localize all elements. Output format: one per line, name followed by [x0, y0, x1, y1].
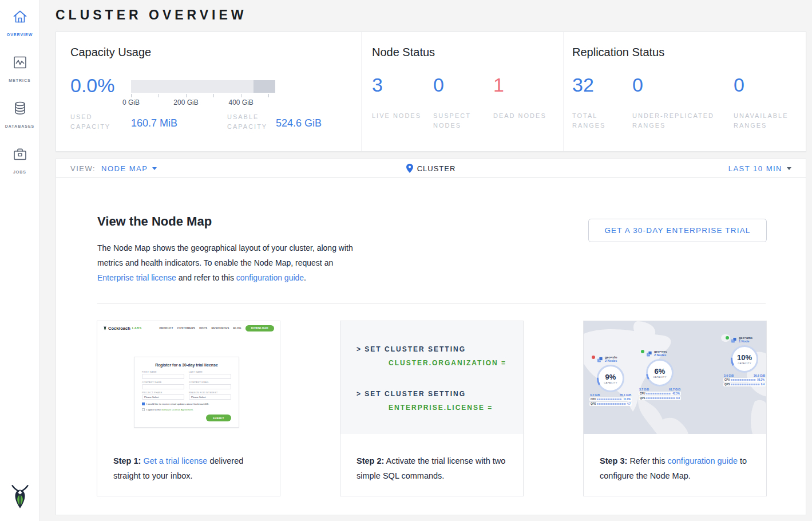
dead-nodes-value: 1 [493, 73, 548, 96]
form-fields: FIRST NAME LAST NAME COMPANY NAME COMPAN… [142, 371, 231, 400]
capacity-usage-section: Capacity Usage 0.0% 0 GiB 200 GiB 400 Gi… [56, 32, 361, 151]
text-field [189, 384, 231, 389]
checkbox-label: I would like to receive email updates ab… [146, 402, 209, 405]
capacity-axis-ticks [131, 94, 275, 98]
sidebar-item-label: METRICS [9, 78, 31, 82]
mini-site-nav-item: CUSTOMERS [177, 327, 195, 330]
sql-commands-snippet: > SET CLUSTER SETTING CLUSTER.ORGANIZATI… [340, 321, 523, 434]
mini-site-nav-item: RESOURCES [211, 327, 229, 330]
view-dropdown-value[interactable]: NODE MAP [101, 164, 148, 173]
field-label: LAST NAME [189, 371, 231, 373]
checkbox-unchecked [142, 408, 145, 411]
locality-badge-sfo: geo=sfo2 Nodes 9% CAPACITY 3.2 GiB35.1 G… [589, 356, 632, 406]
live-nodes-label: LIVE NODES [372, 111, 426, 121]
axis-label: 400 GiB [228, 98, 253, 106]
unavailable-ranges-value: 0 [734, 73, 797, 96]
license-agreement-checkbox-row: I agree to the Software License Agreemen… [142, 408, 231, 411]
configuration-guide-link[interactable]: configuration guide [667, 456, 738, 465]
step2-card: > SET CLUSTER SETTING CLUSTER.ORGANIZATI… [340, 321, 524, 496]
step-text: Refer this [629, 456, 665, 465]
trial-license-site-screenshot: Cockroach LABS PRODUCT CUSTOMERS DOCS RE… [97, 321, 280, 434]
node-map-panel: View the Node Map The Node Map shows the… [56, 177, 806, 515]
text-field [142, 374, 184, 379]
under-replicated-ranges-metric: 0 UNDER-REPLICATED RANGES [632, 73, 727, 131]
select-field: Please Select [142, 394, 184, 400]
mini-site-nav-item: DOCS [199, 327, 207, 330]
mini-site-logo-text: Cockroach [108, 326, 130, 331]
mini-site-header: Cockroach LABS PRODUCT CUSTOMERS DOCS RE… [97, 321, 280, 335]
capacity-bar-chart: 0 GiB 200 GiB 400 GiB [131, 80, 275, 106]
usable-capacity-label: USABLE CAPACITY [227, 112, 279, 132]
dead-nodes-label: DEAD NODES [493, 111, 548, 121]
step-number: Step 3: [600, 456, 627, 465]
cockroach-bug-icon [103, 325, 107, 331]
sql-prompt-line: > SET CLUSTER SETTING [357, 390, 466, 398]
promo-description: The Node Map shows the geographical layo… [97, 240, 366, 285]
view-bar: VIEW: NODE MAP CLUSTER LAST 10 MIN [56, 159, 806, 178]
sql-setting-line: ENTERPRISE.LICENSE = [389, 404, 493, 412]
live-nodes-value: 3 [372, 73, 426, 96]
field-label: PROJECT PHASE [142, 392, 184, 394]
time-range-value[interactable]: LAST 10 MIN [728, 164, 782, 173]
capacity-gauge: 9% CAPACITY [597, 365, 624, 392]
chevron-down-icon [152, 167, 157, 170]
step2-caption: Step 2: Activate the trial license with … [340, 434, 523, 483]
promo-text: and refer to this [179, 273, 234, 282]
locality-badge-nyc: geo=nyc2 Nodes 6% CAPACITY 3.7 GiB61.7 G… [639, 350, 681, 400]
axis-label: 0 GiB [122, 98, 140, 106]
mini-site-download-button: DOWNLOAD [245, 325, 274, 331]
sidebar-item-databases[interactable]: DATABASES [0, 101, 39, 130]
used-capacity-label: USED CAPACITY [70, 112, 116, 132]
status-dot-icon [641, 350, 644, 353]
suspect-nodes-metric: 0 SUSPECT NODES [433, 73, 488, 131]
sidebar-item-label: DATABASES [5, 124, 35, 128]
sidebar-item-metrics[interactable]: METRICS [0, 55, 39, 84]
get-trial-license-link[interactable]: Get a trial license [143, 456, 207, 465]
cockroach-bug-icon [10, 483, 30, 511]
capacity-gauge: 10% CAPACITY [731, 345, 758, 373]
status-dot-icon [592, 356, 595, 359]
email-updates-checkbox-row: I would like to receive email updates ab… [142, 402, 231, 405]
capacity-axis-labels: 0 GiB 200 GiB 400 GiB [131, 98, 275, 106]
capacity-gauge: 6% CAPACITY [646, 359, 674, 386]
axis-label: 200 GiB [173, 98, 198, 106]
database-icon [12, 101, 28, 116]
view-selector[interactable]: VIEW: NODE MAP [70, 164, 406, 173]
divider [97, 303, 766, 304]
select-field: Please Select [189, 394, 231, 400]
mini-site-nav: PRODUCT CUSTOMERS DOCS RESOURCES BLOG DO… [159, 325, 274, 331]
dead-nodes-metric: 1 DEAD NODES [493, 73, 548, 121]
sidebar-item-overview[interactable]: OVERVIEW [0, 9, 39, 38]
capacity-percent: 0.0% [70, 74, 115, 97]
suspect-nodes-value: 0 [433, 73, 488, 96]
metrics-icon [12, 55, 28, 70]
checkbox-checked [142, 402, 145, 405]
promo-title: View the Node Map [97, 214, 212, 229]
page-title: CLUSTER OVERVIEW [56, 7, 247, 23]
live-nodes-metric: 3 LIVE NODES [372, 73, 426, 121]
replication-status-title: Replication Status [572, 46, 664, 59]
sidebar-item-jobs[interactable]: JOBS [0, 147, 39, 176]
trial-registration-form: Register for a 30-day trial license FIRS… [134, 357, 239, 428]
promo-text: . [304, 273, 306, 282]
node-map-preview: geo=sfo2 Nodes 9% CAPACITY 3.2 GiB35.1 G… [584, 321, 766, 434]
enterprise-trial-button[interactable]: GET A 30-DAY ENTERPRISE TRIAL [588, 219, 767, 242]
cockroachdb-logo [10, 483, 30, 513]
breadcrumb-cluster: CLUSTER [417, 164, 456, 173]
sql-setting-line: CLUSTER.ORGANIZATION = [389, 359, 506, 367]
time-range-selector[interactable]: LAST 10 MIN [455, 164, 791, 173]
submit-button: SUBMIT [206, 415, 231, 421]
submit-row: SUBMIT [142, 415, 231, 421]
suspect-nodes-label: SUSPECT NODES [433, 111, 488, 131]
view-label: VIEW: [70, 164, 96, 173]
step1-card: Cockroach LABS PRODUCT CUSTOMERS DOCS RE… [97, 321, 280, 496]
enterprise-trial-license-link[interactable]: Enterprise trial license [97, 273, 176, 282]
field-label: COMPANY NAME [142, 381, 184, 384]
location-pin-icon [406, 164, 413, 173]
total-ranges-label: TOTAL RANGES [572, 111, 627, 131]
total-ranges-value: 32 [572, 73, 627, 96]
field-label: COMPANY EMAIL [189, 381, 231, 384]
text-field [189, 374, 231, 379]
configuration-guide-link[interactable]: configuration guide [236, 273, 304, 282]
node-cube-icon [731, 337, 737, 344]
